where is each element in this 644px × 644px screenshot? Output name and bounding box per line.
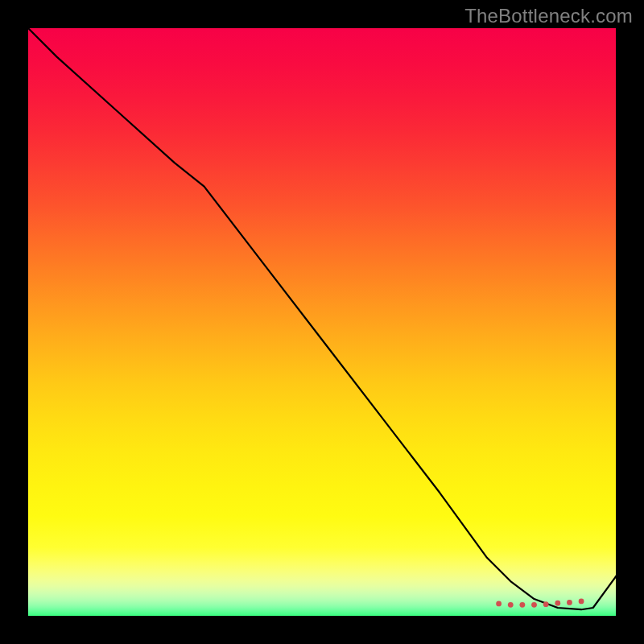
- marker-dot: [496, 601, 502, 606]
- plot-svg: [27, 27, 617, 617]
- marker-dot: [508, 602, 514, 608]
- marker-dot: [555, 601, 560, 606]
- marker-dot: [543, 601, 549, 607]
- marker-dot: [531, 602, 537, 608]
- marker-dot: [567, 600, 572, 605]
- watermark-text: TheBottleneck.com: [464, 5, 633, 27]
- plot-area: [27, 27, 617, 617]
- marker-dot: [519, 602, 525, 608]
- gradient-background: [27, 27, 617, 617]
- chart-container: TheBottleneck.com: [0, 0, 644, 644]
- marker-dot: [579, 599, 584, 605]
